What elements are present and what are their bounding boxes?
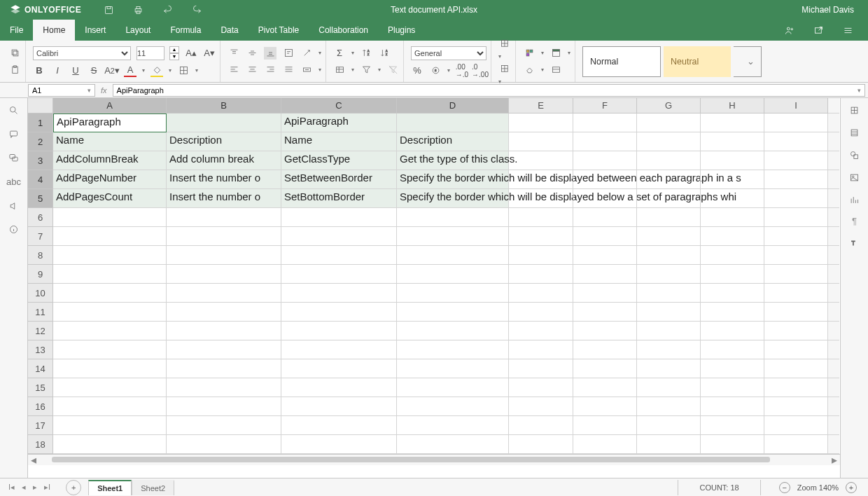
italic-icon[interactable]: I: [51, 64, 64, 77]
cell-D8[interactable]: [397, 246, 509, 265]
cell-I6[interactable]: [764, 208, 828, 227]
cell-F18[interactable]: [573, 435, 637, 454]
cell-F12[interactable]: [573, 322, 637, 340]
sort-asc-icon[interactable]: AZ: [360, 47, 372, 60]
sheet-tab-sheet1[interactable]: Sheet1: [88, 480, 132, 495]
menu-icon[interactable]: [841, 24, 854, 36]
cell-H13[interactable]: [701, 340, 764, 359]
font-size-up[interactable]: ▲: [169, 46, 179, 53]
cell-A4[interactable]: AddPageNumber: [53, 170, 167, 189]
col-header-I[interactable]: I: [764, 98, 828, 113]
delete-cells-icon[interactable]: [498, 64, 511, 74]
align-middle-icon[interactable]: [246, 47, 258, 60]
cell-I14[interactable]: [764, 359, 828, 378]
cell-E2[interactable]: [509, 132, 573, 151]
cell-I2[interactable]: [764, 132, 828, 151]
cell-H8[interactable]: [701, 246, 764, 265]
cell-B7[interactable]: [167, 227, 281, 246]
row-header-1[interactable]: 1: [28, 113, 53, 132]
cell-I9[interactable]: [764, 265, 828, 284]
cell-F9[interactable]: [573, 265, 637, 284]
sheet-last-icon[interactable]: ▸I: [44, 483, 50, 492]
cell-A17[interactable]: [53, 416, 167, 435]
cell-I7[interactable]: [764, 227, 828, 246]
formula-bar[interactable]: ApiParagraph▾: [113, 84, 865, 97]
col-header-B[interactable]: B: [167, 98, 281, 113]
row-header-8[interactable]: 8: [28, 246, 53, 265]
row-header-3[interactable]: 3: [28, 151, 53, 170]
menu-home[interactable]: Home: [33, 20, 75, 41]
menu-data[interactable]: Data: [211, 20, 248, 41]
cell-H11[interactable]: [701, 303, 764, 322]
menu-plugins[interactable]: Plugins: [378, 20, 425, 41]
chat-icon[interactable]: [8, 151, 20, 164]
row-header-13[interactable]: 13: [28, 340, 53, 359]
cell-A14[interactable]: [53, 359, 167, 378]
cell-I17[interactable]: [764, 416, 828, 435]
cell-E17[interactable]: [509, 416, 573, 435]
cell-E14[interactable]: [509, 359, 573, 378]
cell-I3[interactable]: [764, 151, 828, 170]
cell-G8[interactable]: [637, 246, 701, 265]
cell-B17[interactable]: [167, 416, 281, 435]
cell-A13[interactable]: [53, 340, 167, 359]
cell-B1[interactable]: [167, 113, 281, 132]
row-header-12[interactable]: 12: [28, 322, 53, 340]
cell-H10[interactable]: [701, 284, 764, 303]
menu-pivot-table[interactable]: Pivot Table: [248, 20, 309, 41]
borders-icon[interactable]: [177, 64, 190, 77]
col-header-E[interactable]: E: [509, 98, 573, 113]
row-header-9[interactable]: 9: [28, 265, 53, 284]
cell-style-more[interactable]: ⌄: [734, 46, 762, 77]
percent-icon[interactable]: %: [411, 64, 424, 77]
cell-A16[interactable]: [53, 397, 167, 416]
cell-G10[interactable]: [637, 284, 701, 303]
cell-G16[interactable]: [637, 397, 701, 416]
cell-B3[interactable]: Add column break: [167, 151, 281, 170]
row-header-18[interactable]: 18: [28, 435, 53, 454]
cell-I18[interactable]: [764, 435, 828, 454]
paragraph-settings-icon[interactable]: ¶: [852, 216, 857, 226]
cell-G12[interactable]: [637, 322, 701, 340]
print-icon[interactable]: [132, 4, 144, 16]
cell-B13[interactable]: [167, 340, 281, 359]
menu-formula[interactable]: Formula: [160, 20, 211, 41]
cell-H9[interactable]: [701, 265, 764, 284]
cell-C15[interactable]: [281, 378, 397, 397]
cell-E8[interactable]: [509, 246, 573, 265]
image-settings-icon[interactable]: [848, 171, 861, 184]
cell-D3[interactable]: Get the type of this class.: [397, 151, 509, 170]
cell-I13[interactable]: [764, 340, 828, 359]
feedback-icon[interactable]: [8, 199, 20, 212]
col-header-A[interactable]: A: [53, 98, 167, 113]
cell-F11[interactable]: [573, 303, 637, 322]
cell-D9[interactable]: [397, 265, 509, 284]
align-left-icon[interactable]: [227, 64, 240, 76]
cell-B9[interactable]: [167, 265, 281, 284]
cell-C16[interactable]: [281, 397, 397, 416]
cell-A10[interactable]: [53, 284, 167, 303]
table-settings-icon[interactable]: [848, 126, 861, 139]
conditional-format-icon[interactable]: [523, 47, 536, 60]
col-header-D[interactable]: D: [397, 98, 509, 113]
cell-E13[interactable]: [509, 340, 573, 359]
cell-E6[interactable]: [509, 208, 573, 227]
wrap-text-icon[interactable]: [282, 47, 295, 60]
cell-D4[interactable]: Specify the border which will be display…: [397, 170, 509, 189]
fill-color-icon[interactable]: [150, 64, 163, 77]
named-range-icon[interactable]: [333, 64, 346, 76]
cell-G11[interactable]: [637, 303, 701, 322]
cell-C18[interactable]: [281, 435, 397, 454]
cell-E10[interactable]: [509, 284, 573, 303]
cell-settings-icon[interactable]: [848, 104, 861, 116]
cell-B5[interactable]: Insert the number o: [167, 189, 281, 208]
cell-F16[interactable]: [573, 397, 637, 416]
font-color-icon[interactable]: A: [124, 64, 136, 77]
cell-I4[interactable]: [764, 170, 828, 189]
cell-I12[interactable]: [764, 322, 828, 340]
accounting-icon[interactable]: s: [429, 64, 442, 77]
align-bottom-icon[interactable]: [264, 47, 276, 60]
cell-F7[interactable]: [573, 227, 637, 246]
cell-A8[interactable]: [53, 246, 167, 265]
cell-A2[interactable]: Name: [53, 132, 167, 151]
